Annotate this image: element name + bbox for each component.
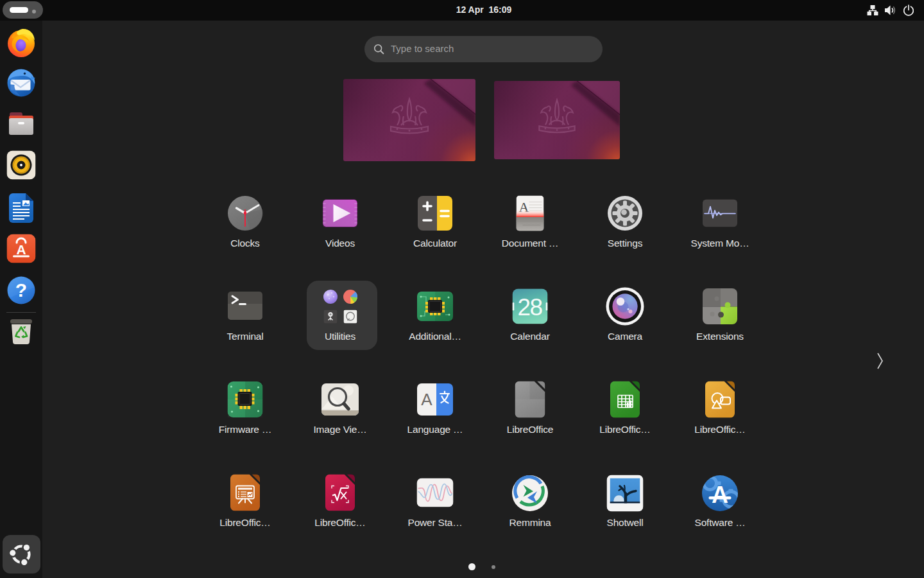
svg-text:A: A	[712, 482, 728, 508]
svg-text:A: A	[16, 242, 26, 257]
svg-text:28: 28	[517, 294, 542, 320]
svg-text:?: ?	[15, 279, 27, 301]
svg-text:A: A	[421, 390, 432, 409]
